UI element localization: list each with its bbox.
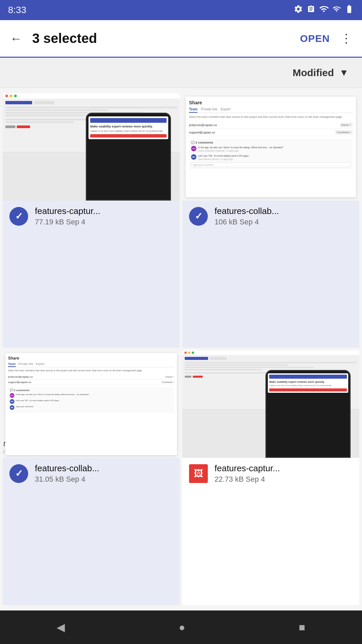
file-check-icon: ✓ [189,207,208,226]
image-icon: 🖼 [194,468,203,479]
sort-chevron-icon: ▼ [339,67,349,78]
file-meta: features-captur... 77.19 kB Sep 4 [35,206,100,226]
more-options-button[interactable]: ⋮ [335,28,357,49]
nav-back-icon: ◀ [57,621,65,634]
app-bar: ← 3 selected OPEN ⋮ [0,20,362,58]
list-item[interactable]: Make usability expert reviews more quick… [3,93,180,348]
nav-home-icon: ● [179,621,185,634]
file-meta: features-collab... 31.05 kB Sep 4 [35,463,99,484]
list-item[interactable]: Share Team Private link Export Select th… [3,351,180,605]
file-grid: Make usability expert reviews more quick… [0,88,362,610]
file-thumbnail: Make usability expert reviews more quick… [182,351,359,458]
nav-recent-icon: ■ [299,621,305,634]
status-time: 8:33 [8,5,26,15]
more-dots-icon: ⋮ [340,32,352,46]
file-name: features-captur... [215,463,280,474]
list-item[interactable]: Make usability expert reviews more quick… [182,351,359,605]
sort-label: Modified [293,67,334,78]
checkmark-icon: ✓ [15,468,23,479]
status-bar: 8:33 [0,0,362,20]
file-name: features-collab... [35,463,99,474]
list-item[interactable]: Share Team Private link Export Select th… [182,93,359,348]
open-button[interactable]: OPEN [295,29,335,48]
status-icons [294,4,354,16]
nav-recent-button[interactable]: ■ [285,616,318,639]
file-name: features-captur... [35,206,100,216]
file-info: 🖼 features-captur... 22.73 kB Sep 4 [182,458,359,489]
signal-icon [333,4,341,16]
nav-home-button[interactable]: ● [165,616,198,639]
file-name: features-collab... [215,206,279,216]
wifi-icon [319,4,328,16]
file-details: 106 kB Sep 4 [215,218,279,226]
back-button[interactable]: ← [5,28,27,49]
checkmark-icon: ✓ [15,211,23,222]
file-image-icon: 🖼 [189,464,208,483]
clipboard-icon [307,4,315,16]
file-meta: features-captur... 22.73 kB Sep 4 [215,463,280,484]
settings-icon [294,4,303,16]
file-info: ✓ features-collab... 106 kB Sep 4 [182,201,359,232]
sort-bar[interactable]: Modified ▼ [0,58,362,88]
file-details: 31.05 kB Sep 4 [35,475,99,484]
checkmark-icon: ✓ [195,211,202,222]
file-check-icon: ✓ [9,464,28,483]
file-info: ✓ features-captur... 77.19 kB Sep 4 [3,201,180,232]
back-arrow-icon: ← [10,32,22,46]
app-bar-title: 3 selected [32,31,295,46]
file-thumbnail: Make usability expert reviews more quick… [3,93,180,201]
file-info: ✓ features-collab... 31.05 kB Sep 4 [3,458,180,489]
file-thumbnail: Share Team Private link Export Select th… [182,93,359,201]
file-details: 22.73 kB Sep 4 [215,475,280,484]
file-meta: features-collab... 106 kB Sep 4 [215,206,279,226]
file-details: 77.19 kB Sep 4 [35,218,100,226]
file-check-icon: ✓ [9,207,28,226]
file-thumbnail: Share Team Private link Export Select th… [3,351,180,458]
nav-bar: ◀ ● ■ [0,610,362,644]
battery-icon [345,4,354,16]
nav-back-button[interactable]: ◀ [43,615,78,639]
